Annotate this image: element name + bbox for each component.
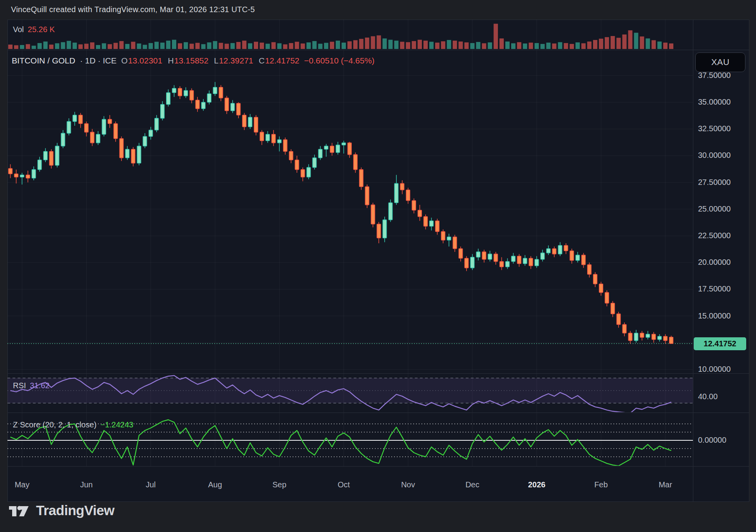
candle-body (570, 251, 574, 261)
time-axis-label: Nov (401, 480, 415, 489)
candle-body (383, 220, 387, 238)
indicator-axis-label: 0.00000 (698, 436, 726, 445)
candle-body (506, 261, 510, 267)
candle-body (201, 102, 205, 109)
candle-body (55, 146, 59, 165)
ohlc-field: O13.02301 (121, 56, 163, 65)
price-tick-label: 35.00000 (698, 98, 731, 107)
symbol-legend: BITCOIN / GOLD · 1D · ICE O13.02301H13.1… (12, 56, 374, 65)
change-value: −0.60510 (−4.65%) (304, 56, 374, 65)
time-axis-label: Dec (465, 480, 479, 489)
candle-body (605, 293, 609, 303)
pane-separator[interactable] (7, 413, 749, 413)
candle-body (149, 130, 153, 136)
candle-body (125, 149, 129, 158)
candle-body (108, 119, 112, 124)
candle-body (283, 139, 287, 151)
candle-body (266, 134, 270, 141)
candle-body (213, 87, 217, 94)
candle-body (622, 324, 626, 333)
candle-body (20, 175, 24, 177)
candle-body (342, 143, 346, 145)
candle-body (85, 124, 89, 132)
symbol-meta[interactable]: · 1D · ICE (80, 56, 116, 65)
candle-body (330, 146, 334, 152)
candle-body (248, 117, 252, 127)
candle-body (646, 334, 650, 337)
price-tick-label: 37.50000 (698, 71, 731, 80)
candle-body (523, 258, 527, 264)
candle-body (143, 136, 147, 146)
candle-body (79, 115, 83, 124)
rsi-legend: RSI 31.62 (13, 381, 49, 390)
candle-body (658, 336, 662, 339)
time-axis-label: Feb (594, 480, 608, 489)
candle-body (377, 224, 381, 238)
candle-body (634, 333, 638, 340)
candle-body (73, 115, 77, 121)
candle-body (389, 203, 392, 220)
price-tick-label: 27.50000 (698, 178, 731, 187)
pane-separator[interactable] (7, 50, 749, 50)
chart-canvas[interactable] (0, 0, 756, 532)
candle-body (49, 151, 53, 165)
volume-legend: Vol 25.26 K (13, 25, 55, 34)
candle-body (424, 217, 428, 226)
candle-body (652, 334, 656, 340)
candle-body (272, 134, 276, 143)
tradingview-logo-icon[interactable] (9, 504, 31, 517)
candle-body (90, 132, 94, 143)
candle-body (354, 155, 358, 170)
candlesticks (9, 82, 673, 344)
candle-body (207, 94, 211, 102)
price-tick-label: 22.50000 (698, 231, 731, 240)
footer: TradingView (9, 503, 114, 518)
candle-body (640, 333, 644, 337)
candle-body (324, 146, 328, 149)
candle-body (161, 104, 165, 118)
price-scale[interactable]: XAU 12.41752 37.5000035.0000032.5000030.… (693, 20, 749, 502)
candle-body (546, 249, 550, 253)
candle-body (295, 160, 299, 170)
pane-separator[interactable] (7, 373, 749, 374)
zscore-value: −1.24243 (100, 420, 133, 429)
time-axis-label: Jul (146, 480, 156, 489)
candle-body (465, 258, 468, 268)
rsi-band (7, 378, 693, 403)
candle-body (301, 170, 305, 177)
zscore-label[interactable]: Z Score (20, 2, 1, close) (13, 420, 96, 429)
candle-body (155, 118, 159, 130)
last-price-badge: 12.41752 (694, 337, 746, 350)
rsi-value: 31.62 (30, 381, 49, 390)
candle-body (588, 265, 591, 275)
rsi-label[interactable]: RSI (13, 381, 26, 390)
candle-body (664, 336, 667, 340)
candle-body (517, 256, 521, 264)
candle-body (371, 205, 375, 224)
candle-body (137, 146, 141, 163)
candle-body (26, 175, 30, 178)
time-axis-label: Sep (272, 480, 286, 489)
candle-body (394, 183, 398, 203)
candle-body (254, 117, 258, 132)
price-tick-label: 10.00000 (698, 365, 731, 374)
volume-label[interactable]: Vol (13, 25, 24, 34)
candle-body (184, 90, 188, 96)
tradingview-wordmark[interactable]: TradingView (36, 503, 114, 518)
candle-body (400, 183, 404, 190)
candle-body (231, 103, 235, 111)
candle-body (512, 256, 515, 262)
symbol-title[interactable]: BITCOIN / GOLD (12, 56, 75, 65)
candle-body (195, 100, 199, 109)
candle-body (14, 174, 18, 177)
candle-body (593, 274, 597, 284)
candle-body (289, 151, 293, 160)
candle-body (32, 170, 36, 178)
candle-body (476, 252, 480, 257)
candle-body (242, 115, 246, 127)
time-scale[interactable]: MayJunJulAugSepOctNovDec2026FebMar (7, 466, 693, 502)
currency-badge[interactable]: XAU (695, 52, 745, 72)
time-axis-label: 2026 (528, 480, 546, 489)
candle-body (628, 333, 632, 340)
indicator-axis-label: 40.00 (698, 392, 718, 401)
